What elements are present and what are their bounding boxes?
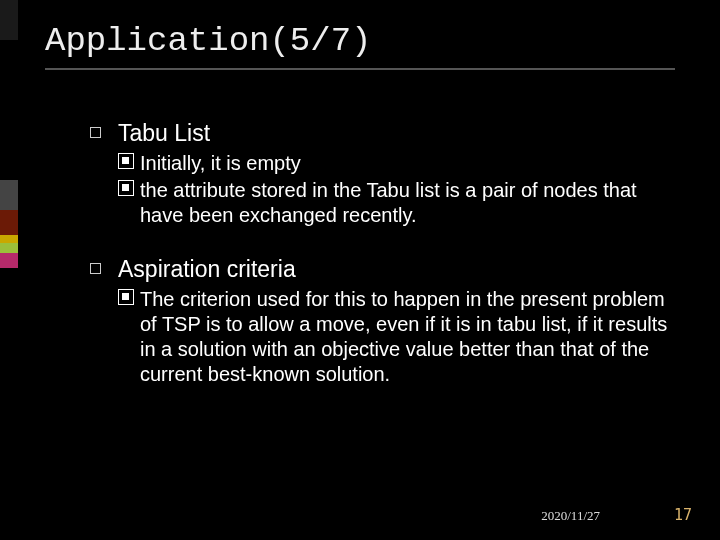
- slide-title: Application(5/7): [45, 22, 371, 60]
- list-item: the attribute stored in the Tabu list is…: [118, 178, 680, 228]
- sidebar-stripe: [0, 40, 18, 180]
- list-item: The criterion used for this to happen in…: [118, 287, 680, 387]
- box-glyph-icon: [118, 180, 134, 196]
- box-glyph-icon: [118, 153, 134, 169]
- sub-list: The criterion used for this to happen in…: [118, 287, 680, 387]
- square-bullet-icon: [90, 263, 101, 274]
- list-item: Initially, it is empty: [118, 151, 680, 176]
- sidebar-stripe: [0, 0, 18, 40]
- section-header-text: Tabu List: [118, 120, 210, 146]
- sidebar-stripe: [0, 235, 18, 243]
- accent-sidebar: [0, 0, 18, 540]
- box-glyph-icon: [118, 289, 134, 305]
- square-bullet-icon: [90, 127, 101, 138]
- sidebar-stripe: [0, 268, 18, 540]
- section-header-aspiration: Aspiration criteria: [90, 256, 680, 283]
- sidebar-stripe: [0, 253, 18, 268]
- list-item-text: Initially, it is empty: [140, 152, 301, 174]
- sidebar-stripe: [0, 243, 18, 253]
- section-header-tabu-list: Tabu List: [90, 120, 680, 147]
- sub-list: Initially, it is empty the attribute sto…: [118, 151, 680, 228]
- list-item-text: the attribute stored in the Tabu list is…: [140, 179, 637, 226]
- title-underline: [45, 68, 675, 70]
- slide-body: Tabu List Initially, it is empty the att…: [90, 120, 680, 415]
- footer-page-number: 17: [674, 506, 692, 524]
- sidebar-stripe: [0, 180, 18, 210]
- footer-date: 2020/11/27: [541, 508, 600, 524]
- list-item-text: The criterion used for this to happen in…: [140, 288, 667, 385]
- sidebar-stripe: [0, 210, 18, 235]
- section-header-text: Aspiration criteria: [118, 256, 296, 282]
